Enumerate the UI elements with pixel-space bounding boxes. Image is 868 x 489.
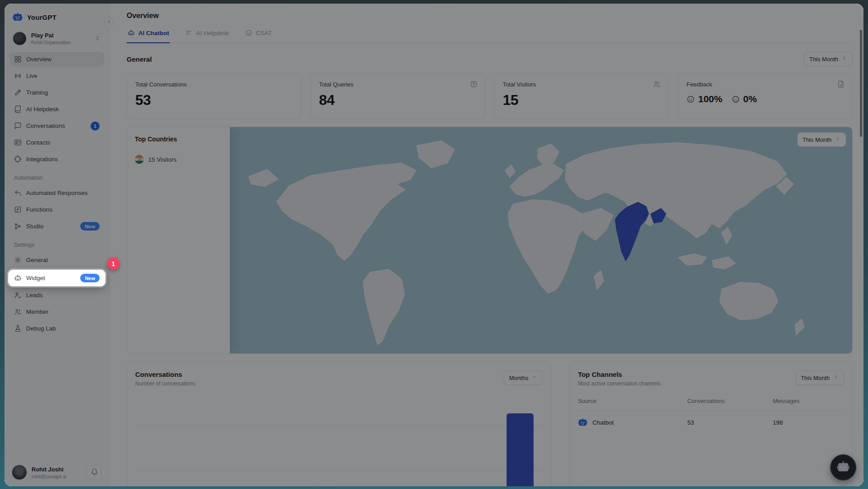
new-badge: New (80, 274, 100, 282)
widget-icon (14, 274, 22, 282)
tutorial-step-badge: 1 (107, 258, 119, 270)
app-window: YourGPT Play Pal Rohit-Organization Over… (5, 4, 863, 486)
tutorial-dim-overlay (5, 4, 863, 486)
sidebar-item-label: Widget (26, 275, 45, 281)
sidebar-item-widget[interactable]: WidgetNew1 (8, 270, 105, 286)
